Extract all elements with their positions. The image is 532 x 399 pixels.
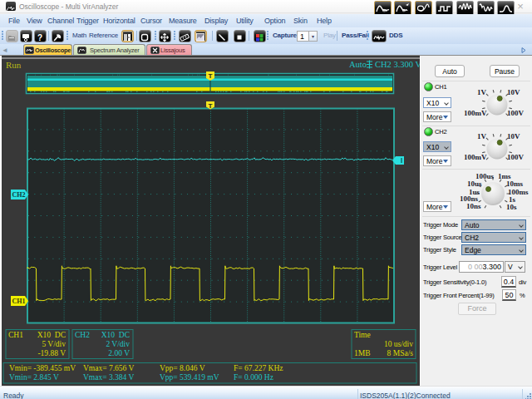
svg-text:?: ? (37, 33, 42, 42)
svg-text:1MB: 1MB (354, 349, 371, 357)
svg-text:Time: Time (354, 331, 371, 339)
svg-text:2 V/div: 2 V/div (106, 340, 130, 348)
svg-text:Vmax= 7.656 V: Vmax= 7.656 V (83, 364, 135, 372)
svg-text:Vmin= 2.845 V: Vmin= 2.845 V (9, 373, 59, 382)
svg-text:Vpp= 539.419 mV: Vpp= 539.419 mV (160, 373, 219, 382)
svg-text:2.00 V: 2.00 V (108, 349, 130, 357)
svg-text:Auto: Auto (349, 60, 367, 69)
svg-text:8 MSa/s: 8 MSa/s (387, 349, 414, 357)
svg-text:CH1: CH1 (8, 331, 23, 339)
svg-text:T: T (209, 102, 213, 110)
svg-text:X10 DC: X10 DC (37, 331, 66, 339)
svg-text:X10 DC: X10 DC (101, 331, 130, 339)
svg-text:CH2: CH2 (12, 191, 26, 199)
svg-text:CH1: CH1 (12, 298, 26, 305)
svg-text:CH2: CH2 (75, 331, 90, 339)
svg-text:CH2 3.300 V: CH2 3.300 V (375, 60, 420, 69)
svg-text:10 us/div: 10 us/div (384, 340, 413, 348)
svg-text:-19.88 V: -19.88 V (37, 349, 66, 357)
svg-text:T: T (209, 72, 213, 80)
svg-text:Run: Run (6, 60, 22, 70)
svg-text:Vmin= -389.455 mV: Vmin= -389.455 mV (9, 364, 76, 372)
svg-text:5 V/div: 5 V/div (42, 340, 66, 348)
svg-text:F= 0.000 Hz: F= 0.000 Hz (234, 373, 273, 382)
svg-text:F= 67.227 KHz: F= 67.227 KHz (234, 364, 283, 372)
svg-text:Vpp= 8.046 V: Vpp= 8.046 V (160, 364, 205, 372)
svg-text:Vmax= 3.384 V: Vmax= 3.384 V (83, 373, 135, 382)
